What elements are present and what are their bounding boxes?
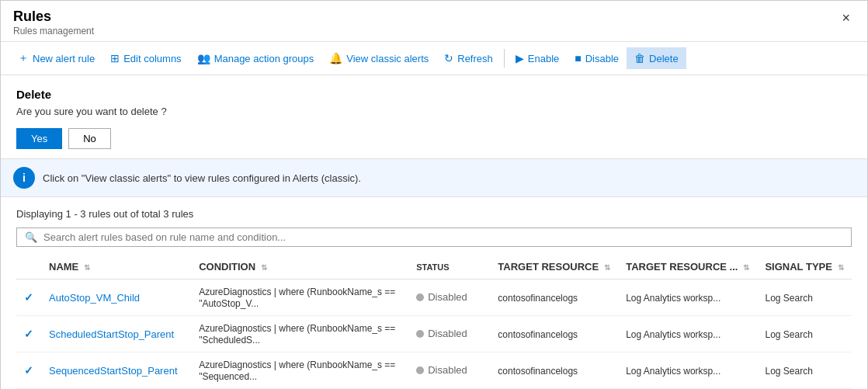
- target-type-text: Log Analytics worksp...: [626, 329, 720, 340]
- status-badge: Disabled: [416, 364, 467, 376]
- plus-icon: ＋: [18, 51, 29, 65]
- yes-button[interactable]: Yes: [16, 128, 62, 149]
- table-header-row: NAME ⇅ CONDITION ⇅ STATUS TARGET RESOURC…: [16, 255, 852, 280]
- row-target-1: contosofinancelogs: [490, 316, 618, 353]
- condition-text: AzureDiagnostics | where (RunbookName_s …: [199, 323, 395, 346]
- row-condition-0: AzureDiagnostics | where (RunbookName_s …: [191, 280, 408, 316]
- row-check-2[interactable]: ✓: [16, 353, 41, 389]
- close-button[interactable]: ×: [837, 9, 855, 28]
- target-sort-icon[interactable]: ⇅: [604, 263, 610, 272]
- delete-message: Are you sure you want to delete ?: [16, 106, 852, 117]
- refresh-button[interactable]: ↻ Refresh: [436, 47, 501, 69]
- status-label: Disabled: [428, 291, 467, 303]
- target-resource-text: contosofinancelogs: [498, 293, 578, 304]
- col-status-header: STATUS: [408, 255, 490, 280]
- row-target-type-1: Log Analytics worksp...: [618, 316, 757, 353]
- row-name-1: ScheduledStartStop_Parent: [41, 316, 191, 353]
- row-status-2: Disabled: [408, 353, 490, 389]
- col-check: [16, 255, 41, 280]
- bell-icon: 🔔: [329, 52, 342, 64]
- target-type-sort-icon[interactable]: ⇅: [743, 263, 749, 272]
- row-signal-0: Log Search: [757, 280, 852, 316]
- status-label: Disabled: [428, 328, 467, 339]
- manage-action-button[interactable]: 👥 Manage action groups: [189, 47, 322, 69]
- name-sort-icon[interactable]: ⇅: [84, 263, 90, 272]
- target-resource-text: contosofinancelogs: [498, 366, 578, 377]
- row-condition-1: AzureDiagnostics | where (RunbookName_s …: [191, 316, 408, 353]
- row-target-0: contosofinancelogs: [490, 280, 618, 316]
- title-bar-content: Rules Rules management: [13, 9, 94, 36]
- checkmark-icon: ✓: [24, 328, 33, 340]
- delete-dialog: Delete Are you sure you want to delete ?…: [1, 75, 867, 159]
- trash-icon: 🗑: [634, 52, 645, 64]
- window-subtitle: Rules management: [13, 26, 94, 36]
- search-input[interactable]: [43, 231, 843, 243]
- row-status-0: Disabled: [408, 280, 490, 316]
- row-check-1[interactable]: ✓: [16, 316, 41, 353]
- condition-text: AzureDiagnostics | where (RunbookName_s …: [199, 287, 395, 309]
- target-type-text: Log Analytics worksp...: [626, 366, 720, 377]
- columns-icon: ⊞: [110, 52, 120, 64]
- condition-text: AzureDiagnostics | where (RunbookName_s …: [199, 359, 395, 382]
- target-resource-text: contosofinancelogs: [498, 329, 578, 340]
- rule-name-link[interactable]: AutoStop_VM_Child: [49, 292, 140, 304]
- status-dot-icon: [416, 330, 424, 338]
- signal-type-text: Log Search: [765, 329, 812, 340]
- delete-actions: Yes No: [16, 128, 852, 149]
- refresh-icon: ↻: [444, 52, 453, 64]
- rule-name-link[interactable]: ScheduledStartStop_Parent: [49, 328, 174, 340]
- toolbar-divider: [504, 49, 505, 68]
- col-target-type-header: TARGET RESOURCE ... ⇅: [618, 255, 757, 280]
- search-icon: 🔍: [25, 231, 37, 243]
- col-name-header: NAME ⇅: [41, 255, 191, 280]
- info-text: Click on "View classic alerts" to view r…: [43, 172, 361, 184]
- status-badge: Disabled: [416, 291, 467, 303]
- checkmark-icon: ✓: [24, 364, 33, 377]
- new-alert-button[interactable]: ＋ New alert rule: [10, 47, 102, 70]
- row-target-type-0: Log Analytics worksp...: [618, 280, 757, 316]
- status-badge: Disabled: [416, 328, 467, 339]
- signal-type-text: Log Search: [765, 293, 812, 304]
- row-signal-1: Log Search: [757, 316, 852, 353]
- col-target-header: TARGET RESOURCE ⇅: [490, 255, 618, 280]
- status-dot-icon: [416, 366, 424, 374]
- condition-sort-icon[interactable]: ⇅: [261, 263, 267, 272]
- delete-button[interactable]: 🗑 Delete: [627, 47, 686, 69]
- view-classic-button[interactable]: 🔔 View classic alerts: [321, 47, 436, 69]
- person-icon: 👥: [197, 52, 210, 64]
- window-title: Rules: [13, 9, 94, 25]
- status-dot-icon: [416, 293, 424, 301]
- signal-type-text: Log Search: [765, 366, 812, 377]
- signal-sort-icon[interactable]: ⇅: [838, 263, 844, 272]
- stop-icon: ■: [575, 52, 581, 64]
- rules-table: NAME ⇅ CONDITION ⇅ STATUS TARGET RESOURC…: [16, 255, 852, 389]
- row-check-0[interactable]: ✓: [16, 280, 41, 316]
- table-row: ✓ AutoStop_VM_Child AzureDiagnostics | w…: [16, 280, 852, 316]
- row-name-0: AutoStop_VM_Child: [41, 280, 191, 316]
- info-icon: i: [13, 167, 35, 189]
- disable-button[interactable]: ■ Disable: [567, 47, 627, 69]
- title-bar: Rules Rules management ×: [1, 1, 867, 42]
- enable-button[interactable]: ▶ Enable: [508, 47, 567, 69]
- status-label: Disabled: [428, 364, 467, 376]
- target-type-text: Log Analytics worksp...: [626, 293, 720, 304]
- row-signal-2: Log Search: [757, 353, 852, 389]
- display-count: Displaying 1 - 3 rules out of total 3 ru…: [16, 208, 852, 220]
- play-icon: ▶: [516, 52, 524, 64]
- delete-title: Delete: [16, 88, 852, 101]
- edit-columns-button[interactable]: ⊞ Edit columns: [102, 47, 189, 69]
- rule-name-link[interactable]: SequencedStartStop_Parent: [49, 365, 178, 377]
- row-condition-2: AzureDiagnostics | where (RunbookName_s …: [191, 353, 408, 389]
- content-area: Displaying 1 - 3 rules out of total 3 ru…: [1, 197, 867, 389]
- table-row: ✓ ScheduledStartStop_Parent AzureDiagnos…: [16, 316, 852, 353]
- row-target-2: contosofinancelogs: [490, 353, 618, 389]
- search-box: 🔍: [16, 227, 852, 247]
- row-target-type-2: Log Analytics worksp...: [618, 353, 757, 389]
- no-button[interactable]: No: [68, 128, 111, 149]
- col-signal-header: SIGNAL TYPE ⇅: [757, 255, 852, 280]
- row-name-2: SequencedStartStop_Parent: [41, 353, 191, 389]
- toolbar: ＋ New alert rule ⊞ Edit columns 👥 Manage…: [1, 42, 867, 75]
- rules-window: Rules Rules management × ＋ New alert rul…: [0, 0, 868, 389]
- col-condition-header: CONDITION ⇅: [191, 255, 408, 280]
- checkmark-icon: ✓: [24, 291, 33, 304]
